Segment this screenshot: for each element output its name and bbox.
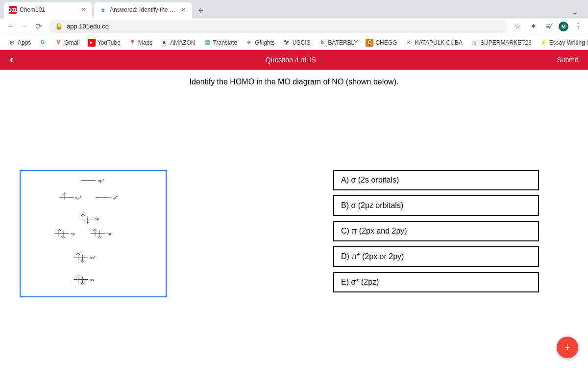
baterbly-icon: b	[318, 39, 326, 47]
maps-icon: 📍	[128, 39, 136, 47]
bookmark-gflights[interactable]: ✈Gflights	[243, 38, 277, 48]
lock-icon: 🔒	[55, 23, 63, 30]
answer-option-d[interactable]: D) π* (2px or 2py)	[333, 246, 539, 267]
star-icon[interactable]: ☆	[512, 21, 523, 32]
browser-tab-strip: 101 Chem101 ✕ b Answered: Identify the H…	[0, 0, 588, 18]
extensions-icon[interactable]: ✦	[527, 21, 539, 32]
svg-text:πp: πp	[107, 231, 111, 236]
bookmarks-bar: ⊞Apps G MGmail ▶YouTube 📍Maps aAMAZON 🔤T…	[0, 35, 588, 50]
question-counter: Question 4 of 15	[24, 56, 557, 64]
supermarket-icon: 🛒	[470, 39, 478, 47]
bookmark-maps[interactable]: 📍Maps	[126, 38, 154, 48]
svg-text:πp*: πp*	[111, 195, 118, 200]
svg-text:σs: σs	[90, 277, 94, 282]
question-prompt: Identify the HOMO in the MO diagram of N…	[0, 70, 588, 91]
youtube-icon: ▶	[88, 39, 96, 47]
content-area: σp* πp* πp* σp	[0, 91, 588, 297]
menu-icon[interactable]: ⋮	[572, 21, 584, 32]
mo-diagram: σp* πp* πp* σp	[20, 170, 167, 297]
katapulk-icon: ✕	[405, 39, 413, 47]
close-icon[interactable]: ✕	[79, 6, 87, 14]
tab-favicon-1: b	[99, 6, 107, 14]
answer-option-b[interactable]: B) σ (2pz orbitals)	[333, 195, 539, 216]
browser-tab-0[interactable]: 101 Chem101 ✕	[4, 2, 92, 18]
new-tab-button[interactable]: +	[194, 4, 208, 18]
tab-title-1: Answered: Identify the HOMO	[110, 6, 179, 13]
app-header: ‹ Question 4 of 15 Submit	[0, 50, 588, 70]
bookmark-apps[interactable]: ⊞Apps	[6, 38, 33, 48]
bookmark-uscis[interactable]: 🦅USCIS	[281, 38, 313, 48]
gmail-icon: M	[54, 39, 62, 47]
submit-button[interactable]: Submit	[557, 56, 578, 64]
bookmark-youtube[interactable]: ▶YouTube	[86, 38, 122, 48]
browser-toolbar: ← → ⟳ 🔒 app.101edu.co ☆ ✦ ≡⁄ M ⋮	[0, 18, 588, 35]
answer-list: A) σ (2s orbitals) B) σ (2pz orbitals) C…	[333, 170, 539, 292]
bookmark-google[interactable]: G	[37, 38, 49, 48]
bookmark-chegg[interactable]: CCHEGG	[364, 38, 399, 48]
bookmark-gmail[interactable]: MGmail	[52, 38, 81, 48]
answer-option-a[interactable]: A) σ (2s orbitals)	[333, 170, 539, 190]
profile-avatar[interactable]: M	[559, 22, 568, 31]
uscis-icon: 🦅	[283, 39, 291, 47]
add-fab-button[interactable]: +	[557, 337, 578, 358]
bookmark-baterbly[interactable]: bBATERBLY	[317, 38, 360, 48]
plus-icon: +	[564, 341, 571, 354]
bookmark-katapulk[interactable]: ✕KATAPULK CUBA	[403, 38, 465, 48]
svg-text:πp*: πp*	[75, 195, 82, 200]
translate-icon: 🔤	[203, 39, 211, 47]
back-button[interactable]: ←	[4, 20, 18, 33]
bookmark-supermarket[interactable]: 🛒SUPERMARKET23	[468, 38, 534, 48]
essay-icon: ⚡	[539, 39, 547, 47]
svg-text:σp: σp	[95, 216, 99, 221]
apps-icon: ⊞	[8, 39, 16, 47]
chegg-icon: C	[366, 39, 373, 47]
url-text: app.101edu.co	[67, 23, 109, 30]
reload-button[interactable]: ⟳	[31, 20, 45, 33]
browser-tab-1[interactable]: b Answered: Identify the HOMO ✕	[94, 2, 192, 18]
amazon-icon: a	[160, 39, 168, 47]
flights-icon: ✈	[245, 39, 253, 47]
reading-list-icon[interactable]: ≡⁄	[543, 21, 555, 32]
chevron-down-icon[interactable]: ⌄	[570, 6, 580, 18]
bookmark-essay[interactable]: ⚡Essay Writing Ser...	[538, 38, 588, 48]
bookmark-translate[interactable]: 🔤Translate	[201, 38, 240, 48]
forward-button[interactable]: →	[18, 20, 31, 33]
tab-title-0: Chem101	[20, 6, 79, 13]
address-bar[interactable]: 🔒 app.101edu.co	[49, 20, 508, 33]
svg-text:σs*: σs*	[90, 255, 96, 260]
google-icon: G	[39, 39, 47, 47]
bookmark-amazon[interactable]: aAMAZON	[158, 38, 197, 48]
back-chevron-button[interactable]: ‹	[10, 53, 24, 66]
answer-option-c[interactable]: C) π (2px and 2py)	[333, 221, 539, 241]
tab-favicon-0: 101	[9, 6, 17, 14]
close-icon[interactable]: ✕	[179, 6, 187, 14]
mo-label-sigma-p-star: σp*	[98, 178, 105, 183]
svg-text:πp: πp	[71, 231, 75, 236]
answer-option-e[interactable]: E) σ* (2pz)	[333, 272, 539, 292]
